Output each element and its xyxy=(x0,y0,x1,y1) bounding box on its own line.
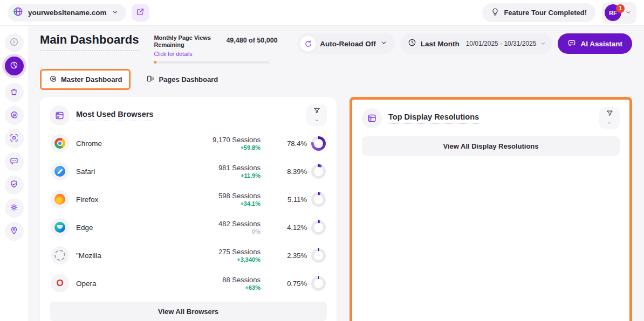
sidebar-item-expand-toggle[interactable] xyxy=(5,33,24,52)
period-label: Last Month xyxy=(421,40,460,48)
ai-assistant-label: AI Assistant xyxy=(580,40,622,48)
tab-pages-dashboard[interactable]: Pages Dashboard xyxy=(139,71,225,88)
sidebar-item-feedback[interactable] xyxy=(5,152,24,171)
tab-label: Master Dashboard xyxy=(61,75,122,83)
user-menu[interactable]: RF 1 xyxy=(602,2,636,24)
lightbulb-icon xyxy=(491,8,499,18)
sidebar-item-ecommerce[interactable] xyxy=(5,83,24,102)
sidebar-nav xyxy=(0,26,28,321)
donut-chart xyxy=(311,248,326,263)
chevron-down-icon xyxy=(314,116,319,124)
percent-value: 78.4% xyxy=(287,139,307,148)
sessions-growth: +3,340% xyxy=(174,256,261,263)
card-row: "Mozilla275 Sessions+3,340%2.35% xyxy=(50,241,327,269)
donut-chart xyxy=(311,276,326,291)
filter-button[interactable] xyxy=(599,107,620,129)
row-label: Chrome xyxy=(76,139,102,148)
period-range: 10/01/2025 - 10/31/2025 xyxy=(466,40,537,47)
row-label: Firefox xyxy=(76,196,98,204)
privacy-shield-icon xyxy=(9,179,19,191)
top-bar: yourwebsitename.com Feature Tour Complet… xyxy=(0,0,644,26)
tab-master-dashboard[interactable]: Master Dashboard xyxy=(42,71,129,88)
main-content: Main Dashboards Monthly Page Views Remai… xyxy=(28,26,644,321)
sessions-growth: +11.9% xyxy=(174,172,261,179)
most-used-browsers-card: Most Used Browsers Chrome9,170 Sessions+… xyxy=(40,97,337,321)
ecommerce-bag-icon xyxy=(9,87,19,99)
dashboards-pie-icon xyxy=(9,60,19,72)
globe-icon xyxy=(13,6,23,19)
chat-bubble-icon xyxy=(567,39,576,49)
page-title: Main Dashboards xyxy=(40,33,139,51)
highlight-box-master-dashboard: Master Dashboard xyxy=(40,69,131,90)
sidebar-item-visitors[interactable] xyxy=(5,129,24,148)
donut-chart xyxy=(311,192,326,207)
row-label: Edge xyxy=(76,224,93,232)
card-title: Top Display Resolutions xyxy=(388,113,479,124)
sidebar-item-dashboards[interactable] xyxy=(5,57,24,75)
row-label: "Mozilla xyxy=(76,252,101,260)
card-title: Most Used Browsers xyxy=(76,110,153,121)
browser-rows: Chrome9,170 Sessions+59.8%78.4%Safari981… xyxy=(50,129,327,297)
notification-badge: 1 xyxy=(616,4,625,13)
donut-chart xyxy=(311,220,326,235)
sidebar-item-location[interactable] xyxy=(5,222,24,241)
view-all-browsers-button[interactable]: View All Browsers xyxy=(50,302,327,321)
sessions-growth: +63% xyxy=(174,284,261,291)
percent-value: 0.75% xyxy=(287,280,307,288)
sidebar-item-privacy[interactable] xyxy=(5,176,24,194)
funnel-icon xyxy=(606,109,614,119)
auto-reload-dropdown[interactable]: Auto-Reload Off xyxy=(297,33,395,54)
sidebar-item-behavior[interactable] xyxy=(5,106,24,125)
tab-label: Pages Dashboard xyxy=(159,75,218,83)
visitor-focus-icon xyxy=(9,133,19,145)
sessions-value: 981 Sessions xyxy=(174,164,261,172)
sidebar-item-settings[interactable] xyxy=(5,199,24,218)
percent-value: 2.35% xyxy=(287,252,307,260)
chevron-down-icon xyxy=(112,8,119,18)
donut-chart xyxy=(311,136,326,151)
card-row: OOpera88 Sessions+63%0.75% xyxy=(50,269,327,297)
chevron-down-icon xyxy=(607,119,612,127)
feedback-chat-icon xyxy=(9,156,19,168)
sessions-value: 9,170 Sessions xyxy=(174,136,261,144)
sessions-value: 482 Sessions xyxy=(174,220,261,228)
card-row: Edge482 Sessions0%4.12% xyxy=(50,213,327,241)
card-row: Safari981 Sessions+11.9%8.39% xyxy=(50,157,327,185)
chevron-down-icon xyxy=(625,8,632,18)
ai-assistant-button[interactable]: AI Assistant xyxy=(558,33,632,54)
quota-value: 49,480 of 50,000 xyxy=(226,34,277,44)
funnel-icon xyxy=(313,107,321,116)
page-views-quota[interactable]: Monthly Page Views Remaining Click for d… xyxy=(154,33,270,64)
browser-window-icon xyxy=(50,106,70,125)
sessions-growth: +59.8% xyxy=(174,144,261,151)
external-link-icon xyxy=(136,8,145,18)
feature-tour-label: Feature Tour Completed! xyxy=(504,9,587,17)
filter-button[interactable] xyxy=(306,104,327,126)
percent-value: 5.11% xyxy=(287,196,307,204)
row-label: Opera xyxy=(76,280,97,288)
opera-icon: O xyxy=(51,274,69,292)
chevron-down-icon xyxy=(380,39,387,48)
date-range-picker[interactable]: Last Month 10/01/2025 - 10/31/2025 xyxy=(400,33,553,54)
feature-tour-status[interactable]: Feature Tour Completed! xyxy=(482,3,595,22)
spiral-icon xyxy=(49,74,57,85)
expand-sidebar-icon xyxy=(9,37,19,49)
behavior-spiral-icon xyxy=(9,110,19,122)
percent-value: 4.12% xyxy=(287,224,307,232)
sessions-growth: 0% xyxy=(174,228,261,235)
quota-details-link[interactable]: Click for details xyxy=(154,51,192,57)
quota-progress-fill xyxy=(154,61,156,64)
open-website-button[interactable] xyxy=(132,4,149,22)
safari-icon xyxy=(51,162,69,180)
view-all-resolutions-button[interactable]: View All Display Resolutions xyxy=(362,136,620,156)
refresh-icon xyxy=(300,36,316,51)
website-name: yourwebsitename.com xyxy=(28,9,107,17)
row-label: Safari xyxy=(76,168,95,176)
quota-progress-bar xyxy=(154,61,270,64)
settings-gear-icon xyxy=(9,203,19,214)
edge-icon xyxy=(51,218,69,236)
website-selector[interactable]: yourwebsitename.com xyxy=(8,4,126,22)
pages-icon xyxy=(146,74,155,85)
auto-reload-label: Auto-Reload Off xyxy=(320,40,376,48)
location-pin-icon xyxy=(9,226,19,238)
